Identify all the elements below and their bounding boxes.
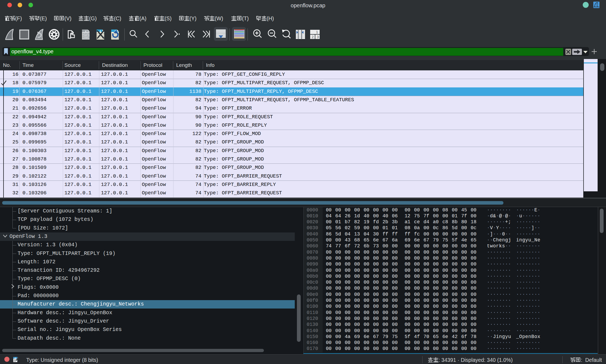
svg-text:2: 2 xyxy=(312,35,314,39)
svg-text:01110: 01110 xyxy=(83,37,90,40)
svg-text:3: 3 xyxy=(317,35,319,39)
svg-text:1: 1 xyxy=(316,30,318,34)
